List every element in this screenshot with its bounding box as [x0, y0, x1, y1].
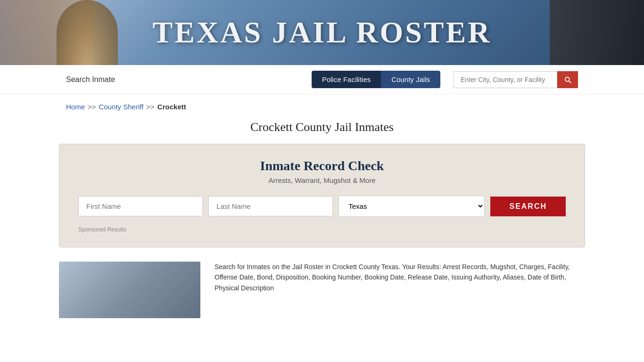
search-icon: [563, 75, 572, 84]
nav-search-wrapper: [454, 71, 578, 88]
banner-right-decoration: [550, 0, 644, 65]
bottom-section: Search for Inmates on the Jail Roster in…: [0, 257, 644, 323]
last-name-input[interactable]: [208, 196, 333, 216]
record-check-form: AlabamaAlaskaArizonaArkansasCaliforniaCo…: [78, 196, 566, 217]
breadcrumb-home[interactable]: Home: [66, 103, 85, 111]
bottom-description: Search for Inmates on the Jail Roster in…: [215, 262, 585, 293]
breadcrumb-sep-1: >>: [88, 103, 96, 111]
header-banner: Texas Jail Roster: [0, 0, 644, 65]
breadcrumb: Home >> County Sheriff >> Crockett: [0, 94, 644, 115]
nav-button-group: Police Facilities County Jails: [312, 71, 440, 88]
banner-dome-decoration: [57, 0, 118, 65]
county-jails-button[interactable]: County Jails: [381, 71, 440, 88]
state-select[interactable]: AlabamaAlaskaArizonaArkansasCaliforniaCo…: [339, 196, 485, 217]
record-search-button[interactable]: SEARCH: [490, 197, 566, 216]
record-check-subtitle: Arrests, Warrant, Mugshot & More: [78, 176, 566, 184]
navbar: Search Inmate Police Facilities County J…: [0, 65, 644, 94]
breadcrumb-sep-2: >>: [146, 103, 155, 111]
record-check-title: Inmate Record Check: [78, 158, 566, 173]
facility-search-input[interactable]: [454, 71, 557, 88]
breadcrumb-county-sheriff[interactable]: County Sheriff: [99, 103, 144, 111]
search-inmate-label: Search Inmate: [66, 75, 302, 84]
breadcrumb-current: Crockett: [157, 103, 186, 111]
sponsored-label: Sponsored Results: [78, 226, 566, 233]
site-title: Texas Jail Roster: [153, 15, 492, 50]
record-check-box: Inmate Record Check Arrests, Warrant, Mu…: [59, 144, 585, 247]
first-name-input[interactable]: [78, 196, 203, 216]
jail-image: [59, 262, 200, 318]
police-facilities-button[interactable]: Police Facilities: [312, 71, 381, 88]
page-title: Crockett County Jail Inmates: [0, 120, 644, 134]
facility-search-button[interactable]: [557, 71, 578, 88]
